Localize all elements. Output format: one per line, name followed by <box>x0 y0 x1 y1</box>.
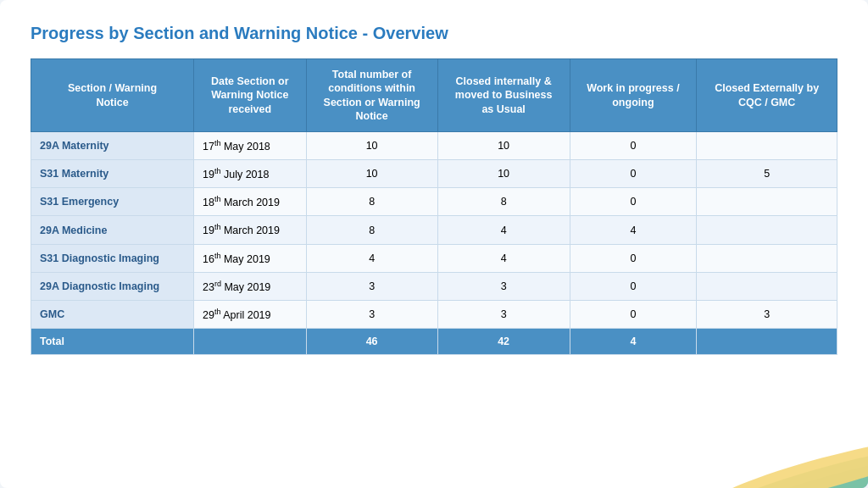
cell-section: Total <box>31 329 194 355</box>
cell-closed-internal: 4 <box>437 244 570 272</box>
cell-closed-internal: 3 <box>437 272 570 300</box>
col-header-total: Total number ofconditions withinSection … <box>306 59 437 132</box>
cell-closed-internal: 3 <box>437 300 570 328</box>
cell-total: 3 <box>306 272 437 300</box>
table-row: 29A Diagnostic Imaging23rd May 2019330 <box>31 272 837 300</box>
cell-closed-external: 3 <box>697 300 837 328</box>
cell-total: 10 <box>306 160 437 188</box>
main-table: Section / WarningNotice Date Section orW… <box>31 58 837 355</box>
table-row: GMC29th April 20193303 <box>31 300 837 328</box>
cell-date: 18th March 2019 <box>194 188 306 216</box>
cell-wip: 4 <box>570 329 697 355</box>
cell-total: 8 <box>306 188 437 216</box>
cell-section: 29A Maternity <box>31 132 194 160</box>
cell-closed-internal: 4 <box>437 216 570 244</box>
cell-closed-external: 5 <box>697 160 837 188</box>
cell-date <box>194 329 306 355</box>
cell-closed-internal: 8 <box>437 188 570 216</box>
table-row: S31 Emergency18th March 2019880 <box>31 188 837 216</box>
cell-closed-external <box>697 188 837 216</box>
cell-date: 29th April 2019 <box>194 300 306 328</box>
cell-wip: 0 <box>570 132 697 160</box>
cell-section: 29A Diagnostic Imaging <box>31 272 194 300</box>
cell-section: S31 Emergency <box>31 188 194 216</box>
cell-total: 4 <box>306 244 437 272</box>
cell-date: 23rd May 2019 <box>194 272 306 300</box>
cell-date: 19th July 2018 <box>194 160 306 188</box>
cell-closed-external <box>697 216 837 244</box>
cell-date: 17th May 2018 <box>194 132 306 160</box>
cell-date: 19th March 2019 <box>194 216 306 244</box>
cell-wip: 0 <box>570 300 697 328</box>
cell-total: 10 <box>306 132 437 160</box>
col-header-date: Date Section orWarning Noticereceived <box>194 59 306 132</box>
cell-closed-external <box>697 244 837 272</box>
cell-date: 16th May 2019 <box>194 244 306 272</box>
cell-section: GMC <box>31 300 194 328</box>
cell-closed-external <box>697 272 837 300</box>
cell-closed-internal: 10 <box>437 160 570 188</box>
cell-wip: 4 <box>570 216 697 244</box>
svg-point-2 <box>707 427 868 488</box>
cell-wip: 0 <box>570 272 697 300</box>
page-title: Progress by Section and Warning Notice -… <box>31 24 837 43</box>
col-header-wip: Work in progress /ongoing <box>570 59 697 132</box>
cell-total: 46 <box>306 329 437 355</box>
table-row: Total46424 <box>31 329 837 355</box>
cell-wip: 0 <box>570 188 697 216</box>
table-row: 29A Maternity17th May 201810100 <box>31 132 837 160</box>
cell-wip: 0 <box>570 160 697 188</box>
col-header-section: Section / WarningNotice <box>31 59 194 132</box>
cell-section: S31 Maternity <box>31 160 194 188</box>
cell-closed-external <box>697 329 837 355</box>
cell-total: 8 <box>306 216 437 244</box>
table-row: S31 Diagnostic Imaging16th May 2019440 <box>31 244 837 272</box>
cell-wip: 0 <box>570 244 697 272</box>
table-header-row: Section / WarningNotice Date Section orW… <box>31 59 837 132</box>
cell-section: 29A Medicine <box>31 216 194 244</box>
table-row: 29A Medicine19th March 2019844 <box>31 216 837 244</box>
table-row: S31 Maternity19th July 2018101005 <box>31 160 837 188</box>
cell-section: S31 Diagnostic Imaging <box>31 244 194 272</box>
page-container: Progress by Section and Warning Notice -… <box>0 0 868 488</box>
cell-total: 3 <box>306 300 437 328</box>
cell-closed-internal: 10 <box>437 132 570 160</box>
cell-closed-external <box>697 132 837 160</box>
col-header-closed-internal: Closed internally &moved to Businessas U… <box>437 59 570 132</box>
cell-closed-internal: 42 <box>437 329 570 355</box>
col-header-closed-external: Closed Externally byCQC / GMC <box>697 59 837 132</box>
decorative-swooshes <box>614 386 868 488</box>
